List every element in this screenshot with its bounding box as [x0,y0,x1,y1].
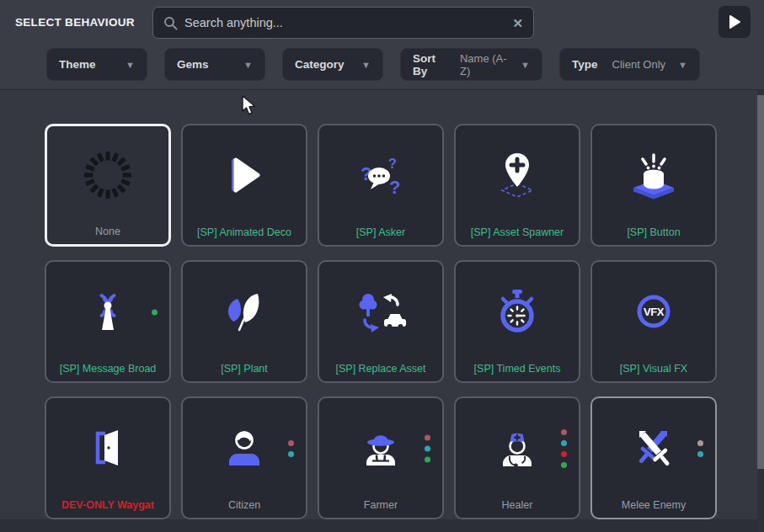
filter-label: Gems [177,58,209,71]
status-dot [697,440,703,446]
filter-label: Theme [59,58,96,71]
card-healer[interactable]: Healer [454,396,580,519]
vfx-circle-icon: VFX [592,267,715,356]
card-label: Citizen [228,499,260,511]
filter-theme[interactable]: Theme ▼ [46,48,147,81]
status-dots [288,440,294,457]
chevron-down-icon: ▼ [361,60,371,70]
swap-assets-icon [319,267,442,356]
status-dots [697,440,703,457]
filter-label: Category [295,58,345,71]
open-door-icon [46,403,169,492]
status-dot [288,451,294,457]
search-icon [163,16,178,30]
clear-search-icon[interactable]: ✕ [512,17,523,29]
card-melee-enemy[interactable]: Melee Enemy [590,396,717,519]
status-dot [288,440,294,446]
spinner-icon [47,131,168,219]
scrollbar-thumb[interactable] [757,95,764,469]
search-input[interactable] [184,16,512,29]
push-button-icon [592,130,715,220]
svg-text:?: ? [389,177,400,198]
status-dots [561,429,567,468]
card-farmer[interactable]: Farmer [318,396,444,519]
behaviour-grid: None [SP] Animated Deco ? ? ? [45,124,717,519]
card-label: Farmer [364,499,398,511]
status-dot [561,429,567,435]
status-dot [425,456,430,462]
status-dot [561,451,567,457]
filter-sort-by[interactable]: Sort By Name (A-Z) ▼ [400,48,542,81]
chevron-down-icon: ▼ [521,60,530,70]
card-label: DEV-ONLY Waygat [61,499,154,511]
card-none[interactable]: None [45,124,171,247]
bottom-edge [0,519,764,532]
filter-category[interactable]: Category ▼ [282,48,383,81]
filter-label: Sort By [413,52,450,77]
pin-plus-icon [456,130,579,220]
filter-row: Theme ▼ Gems ▼ Category ▼ Sort By Name (… [46,48,700,81]
status-dot [561,440,567,446]
play-icon [729,15,740,29]
card-label: [SP] Asset Spawner [471,226,564,238]
status-dot [425,434,430,440]
filter-gems[interactable]: Gems ▼ [164,48,265,81]
status-dots [425,434,430,462]
card-sp-message-broad[interactable]: [SP] Message Broad [45,260,171,383]
scrollbar-track[interactable] [757,90,764,532]
header-bar: SELECT BEHAVIOUR ✕ Theme ▼ Gems ▼ Catego… [0,0,764,90]
status-dots [152,309,158,315]
play-button[interactable] [719,6,751,38]
filter-label: Type [572,58,598,71]
card-sp-timed-events[interactable]: [SP] Timed Events [454,260,580,383]
card-sp-visual-fx[interactable]: VFX [SP] Visual FX [590,260,717,383]
card-label: [SP] Animated Deco [197,226,291,238]
card-label: [SP] Button [627,226,680,238]
card-label: [SP] Replace Asset [335,363,425,375]
card-sp-asker[interactable]: ? ? ? [SP] Asker [318,124,444,247]
card-sp-animated-deco[interactable]: [SP] Animated Deco [181,124,307,247]
card-label: [SP] Asker [356,226,405,238]
status-dot [561,462,567,468]
status-dot [152,309,158,315]
card-sp-button[interactable]: [SP] Button [590,124,717,247]
card-sp-plant[interactable]: [SP] Plant [181,260,307,383]
filter-value: Client Only [612,58,666,71]
chevron-down-icon: ▼ [243,60,253,70]
card-sp-asset-spawner[interactable]: [SP] Asset Spawner [454,124,580,247]
play-deco-icon [183,130,306,220]
card-label: Healer [502,499,533,511]
question-chat-icon: ? ? ? [319,130,442,220]
card-sp-replace-asset[interactable]: [SP] Replace Asset [318,260,444,383]
card-citizen[interactable]: Citizen [181,396,307,519]
svg-text:?: ? [388,157,397,171]
filter-type[interactable]: Type Client Only ▼ [559,48,700,81]
mouse-cursor [240,95,259,119]
status-dot [697,451,703,457]
status-dot [425,445,430,451]
search-bar[interactable]: ✕ [152,7,534,39]
card-label: [SP] Visual FX [620,363,687,375]
filter-value: Name (A-Z) [460,52,512,77]
card-label: Melee Enemy [622,499,686,511]
svg-text:VFX: VFX [644,306,665,318]
chevron-down-icon: ▼ [126,60,135,70]
stopwatch-icon [456,267,579,356]
card-label: [SP] Plant [221,363,268,375]
card-label: [SP] Message Broad [60,363,157,375]
card-label: None [95,226,120,237]
card-dev-only-waygate[interactable]: DEV-ONLY Waygat [45,396,171,519]
chevron-down-icon: ▼ [678,60,687,70]
card-label: [SP] Timed Events [474,363,561,375]
page-title: SELECT BEHAVIOUR [15,16,135,29]
leaves-icon [183,267,306,356]
